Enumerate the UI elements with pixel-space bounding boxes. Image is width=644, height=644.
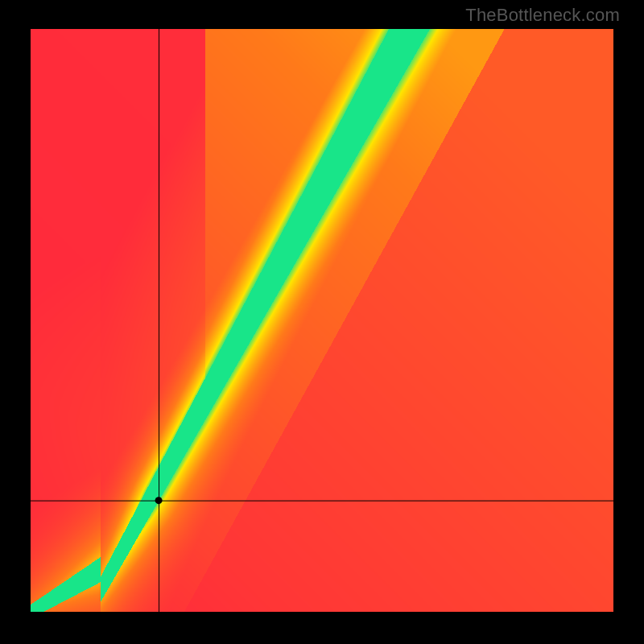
chart-container: TheBottleneck.com: [0, 0, 644, 644]
plot-area: [31, 29, 613, 612]
heatmap-canvas: [31, 29, 613, 612]
watermark-text: TheBottleneck.com: [465, 5, 620, 26]
